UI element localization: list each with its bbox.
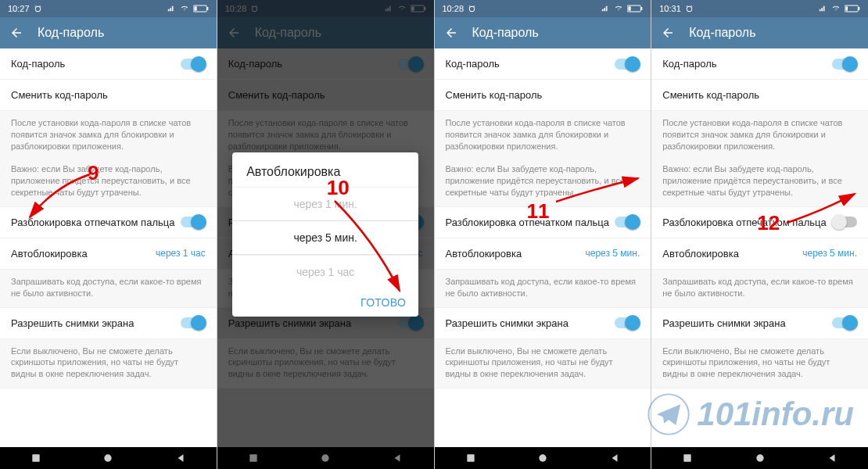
option-1min[interactable]: через 1 мин. xyxy=(232,187,418,220)
phone-screen-3: 10:28 Код-пароль Код-пароль Сменить код-… xyxy=(435,0,651,469)
alarm-icon xyxy=(34,5,42,13)
change-passcode-label: Сменить код-пароль xyxy=(11,89,108,101)
svg-rect-18 xyxy=(684,454,691,461)
wifi-icon xyxy=(179,5,190,13)
page-title: Код-пароль xyxy=(689,26,755,40)
svg-rect-1 xyxy=(207,7,208,10)
app-bar: Код-пароль xyxy=(0,17,217,48)
option-5min[interactable]: через 5 мин. xyxy=(232,220,418,255)
app-bar: Код-пароль xyxy=(435,17,651,48)
battery-icon xyxy=(845,5,860,13)
settings-content: Код-пароль Сменить код-пароль После уста… xyxy=(0,48,217,447)
change-passcode-row[interactable]: Сменить код-пароль xyxy=(435,80,651,111)
back-icon[interactable] xyxy=(661,26,675,40)
nav-bar xyxy=(0,447,217,469)
svg-rect-17 xyxy=(845,6,848,10)
passcode-row[interactable]: Код-пароль xyxy=(651,48,868,80)
svg-rect-13 xyxy=(467,454,474,461)
screenshots-note: Если выключено, Вы не сможете делать скр… xyxy=(0,339,217,389)
recents-icon[interactable] xyxy=(465,453,476,464)
phone-screen-2: 10:28 Код-пароль Код-пароль Сменить код-… xyxy=(217,0,434,469)
change-passcode-row[interactable]: Сменить код-пароль xyxy=(651,80,868,111)
svg-rect-2 xyxy=(194,6,196,10)
fingerprint-toggle[interactable] xyxy=(832,217,857,227)
status-bar: 10:31 xyxy=(651,0,868,17)
fingerprint-row[interactable]: Разблокировка отпечатком пальца xyxy=(435,207,651,238)
settings-content: Код-пароль Сменить код-пароль После уста… xyxy=(651,48,868,447)
option-1hour[interactable]: через 1 час xyxy=(232,255,418,288)
fingerprint-row[interactable]: Разблокировка отпечатком пальца xyxy=(0,207,217,238)
home-icon[interactable] xyxy=(102,453,113,464)
svg-point-19 xyxy=(756,454,763,461)
alarm-icon xyxy=(468,5,476,13)
phone-screen-1: 10:27 Код-пароль Код-пароль Сменить код-… xyxy=(0,0,217,469)
passcode-toggle[interactable] xyxy=(832,59,857,70)
signal-icon xyxy=(601,5,610,13)
home-icon[interactable] xyxy=(755,453,766,464)
screenshots-toggle[interactable] xyxy=(832,317,857,328)
back-nav-icon[interactable] xyxy=(827,453,838,464)
svg-rect-3 xyxy=(32,454,39,461)
passcode-label: Код-пароль xyxy=(11,58,65,70)
nav-bar xyxy=(435,447,651,469)
modal-overlay[interactable]: Автоблокировка через 1 мин. через 5 мин.… xyxy=(217,0,434,469)
svg-point-14 xyxy=(539,454,546,461)
fingerprint-label: Разблокировка отпечатком пальца xyxy=(11,217,174,228)
recents-icon[interactable] xyxy=(682,453,693,464)
autolock-note: Запрашивать код доступа, если какое-то в… xyxy=(0,270,217,308)
settings-content: Код-пароль Сменить код-пароль После уста… xyxy=(435,48,651,447)
svg-rect-11 xyxy=(641,7,642,10)
alarm-icon xyxy=(685,5,694,13)
page-title: Код-пароль xyxy=(38,26,104,40)
recents-icon[interactable] xyxy=(30,453,41,464)
page-title: Код-пароль xyxy=(472,26,539,40)
svg-rect-12 xyxy=(629,6,631,10)
passcode-note: После установки кода-пароля в списке чат… xyxy=(0,111,217,207)
status-bar: 10:28 xyxy=(435,0,651,17)
back-icon[interactable] xyxy=(444,26,458,40)
watermark: 101info.ru xyxy=(647,392,854,436)
app-bar: Код-пароль xyxy=(651,17,868,48)
dialog-title: Автоблокировка xyxy=(232,152,418,187)
screenshots-row-setting[interactable]: Разрешить снимки экрана xyxy=(0,308,217,339)
nav-bar xyxy=(651,447,868,469)
back-icon[interactable] xyxy=(9,26,23,40)
done-button[interactable]: ГОТОВО xyxy=(360,296,406,309)
signal-icon xyxy=(818,5,827,13)
fingerprint-toggle[interactable] xyxy=(615,217,640,227)
wifi-icon xyxy=(613,5,624,13)
watermark-text: 101info.ru xyxy=(697,396,854,433)
passcode-toggle[interactable] xyxy=(615,59,640,70)
back-nav-icon[interactable] xyxy=(175,453,186,464)
signal-icon xyxy=(167,5,176,13)
autolock-row[interactable]: Автоблокировкачерез 5 мин. xyxy=(435,238,651,270)
autolock-row[interactable]: Автоблокировка через 1 час xyxy=(0,238,217,270)
autolock-dialog: Автоблокировка через 1 мин. через 5 мин.… xyxy=(232,152,418,317)
clock-text: 10:27 xyxy=(8,4,30,13)
clock-text: 10:28 xyxy=(443,4,464,13)
screenshots-toggle[interactable] xyxy=(615,317,640,328)
fingerprint-toggle[interactable] xyxy=(181,217,206,227)
passcode-toggle[interactable] xyxy=(181,59,206,70)
battery-icon xyxy=(627,5,643,13)
battery-icon xyxy=(193,5,209,13)
autolock-value: через 1 час xyxy=(156,248,206,259)
wifi-icon xyxy=(830,5,841,13)
svg-rect-16 xyxy=(859,7,859,10)
svg-point-4 xyxy=(105,454,112,461)
passcode-row[interactable]: Код-пароль xyxy=(435,48,651,80)
autolock-label: Автоблокировка xyxy=(11,248,88,260)
status-bar: 10:27 xyxy=(0,0,217,17)
telegram-icon xyxy=(647,392,690,436)
fingerprint-row[interactable]: Разблокировка отпечатком пальца xyxy=(651,207,868,238)
back-nav-icon[interactable] xyxy=(609,453,620,464)
passcode-row[interactable]: Код-пароль xyxy=(0,48,217,80)
screenshots-row-setting[interactable]: Разрешить снимки экрана xyxy=(651,308,868,339)
change-passcode-row[interactable]: Сменить код-пароль xyxy=(0,80,217,111)
screenshots-toggle[interactable] xyxy=(181,317,206,328)
home-icon[interactable] xyxy=(537,453,548,464)
screenshots-row-setting[interactable]: Разрешить снимки экрана xyxy=(435,308,651,339)
autolock-row[interactable]: Автоблокировкачерез 5 мин. xyxy=(651,238,868,270)
screenshots-label: Разрешить снимки экрана xyxy=(11,317,134,329)
clock-text: 10:31 xyxy=(659,4,681,13)
